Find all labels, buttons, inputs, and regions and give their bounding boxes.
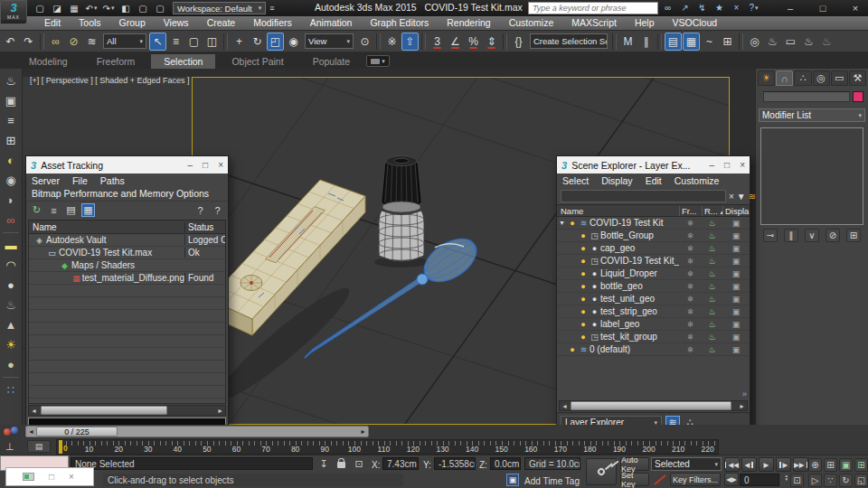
frozen-snowflake-icon[interactable]: ❄ bbox=[679, 219, 702, 228]
refresh-bitmaps-button[interactable]: ↻ bbox=[30, 203, 43, 217]
viewport-label[interactable]: [+] [ Perspective ] [ Shaded + Edged Fac… bbox=[30, 77, 190, 85]
go-to-start-button[interactable]: ◀◀ bbox=[724, 457, 740, 472]
save-file-button[interactable]: ▦ bbox=[67, 2, 81, 14]
more-options-icon[interactable]: » bbox=[742, 389, 747, 399]
menu-item-display[interactable]: Display bbox=[601, 175, 632, 186]
reference-coordinate-dropdown[interactable]: View▾ bbox=[305, 33, 354, 49]
render-iterative-button[interactable]: ♨ bbox=[818, 33, 835, 51]
walk-through-button[interactable]: ∵ bbox=[824, 474, 837, 487]
scene-row-test-strip-geo[interactable]: ●●test_strip_geo❄♨▣ bbox=[557, 305, 750, 318]
pin-stack-button[interactable]: ⊸ bbox=[763, 229, 778, 242]
select-and-place-button[interactable]: ◉ bbox=[285, 33, 302, 51]
minimize-button[interactable]: – bbox=[710, 160, 715, 170]
menu-item-modifiers[interactable]: Modifiers bbox=[245, 16, 300, 30]
scroll-left-icon[interactable]: ◂ bbox=[29, 406, 39, 415]
unlink-selection-button[interactable]: ⊘ bbox=[65, 33, 82, 51]
menu-item-maxscript[interactable]: MAXScript bbox=[563, 16, 625, 30]
close-button[interactable]: × bbox=[740, 160, 745, 170]
visibility-bulb-icon[interactable]: ● bbox=[578, 244, 589, 253]
visibility-bulb-icon[interactable]: ● bbox=[578, 282, 589, 291]
ribbon-tab-freeform[interactable]: Freeform bbox=[84, 54, 148, 69]
scroll-thumb[interactable] bbox=[571, 401, 731, 410]
asset-tracking-title-bar[interactable]: 3 Asset Tracking – □ × bbox=[26, 156, 228, 174]
infocenter-search-input[interactable] bbox=[528, 2, 658, 14]
display-cube-icon[interactable]: ▣ bbox=[722, 345, 750, 354]
visibility-bulb-icon[interactable]: ● bbox=[578, 269, 589, 278]
modify-tab[interactable]: ∩ bbox=[776, 70, 793, 86]
menu-item-create[interactable]: Create bbox=[199, 16, 244, 30]
scroll-right-icon[interactable]: ▸ bbox=[215, 406, 225, 415]
frozen-snowflake-icon[interactable]: ❄ bbox=[679, 257, 702, 266]
workspace-dropdown[interactable]: Workspace: Default ▾ bbox=[173, 2, 266, 14]
visibility-bulb-icon[interactable]: ● bbox=[578, 295, 589, 304]
scroll-thumb[interactable] bbox=[41, 406, 167, 415]
context-help-button[interactable]: ? bbox=[211, 203, 224, 217]
visibility-bulb-icon[interactable]: ● bbox=[567, 219, 578, 228]
scene-row-covid-19-test-kit[interactable]: ▼●≋COVID-19 Test Kit❄♨▣ bbox=[557, 217, 750, 230]
align-button[interactable]: ∥ bbox=[637, 33, 655, 51]
subscription-center-icon[interactable]: ↗ bbox=[677, 2, 693, 14]
sort-layers-icon[interactable]: ≋ bbox=[749, 192, 756, 202]
menu-item-group[interactable]: Group bbox=[111, 16, 154, 30]
scene-row-covid-19-test-kit-group[interactable]: ●◳COVID-19 Test Kit_Group❄♨▣ bbox=[557, 255, 750, 267]
scene-states-table-icon[interactable]: ⊞ bbox=[2, 132, 20, 149]
spotlight-icon[interactable]: ◗ bbox=[2, 192, 20, 209]
close-icon[interactable]: × bbox=[69, 472, 74, 482]
menu-item-rendering[interactable]: Rendering bbox=[439, 16, 498, 30]
x-coordinate-field[interactable]: 7.43cm bbox=[382, 457, 419, 470]
close-button[interactable]: × bbox=[846, 3, 864, 14]
next-frame-arrow[interactable]: ▸ bbox=[358, 427, 368, 436]
maximize-button[interactable]: □ bbox=[203, 160, 208, 170]
minimize-button[interactable]: – bbox=[188, 160, 193, 170]
scene-row-0-default[interactable]: ●≋0 (default)❄♨▣ bbox=[557, 343, 750, 356]
render-setup-window-icon[interactable]: ▣ bbox=[2, 92, 20, 109]
floating-mini-window[interactable]: □ × bbox=[5, 467, 94, 486]
menu-item-help[interactable]: Help bbox=[627, 16, 663, 30]
thumbnail-view-button[interactable]: ▤ bbox=[64, 203, 78, 217]
current-frame-marker[interactable] bbox=[59, 440, 62, 454]
particles-icon[interactable]: ∷ bbox=[2, 381, 20, 399]
orbit-button[interactable]: ↻ bbox=[839, 474, 853, 487]
expand-arrow-icon[interactable]: ▼ bbox=[557, 220, 567, 226]
utilities-tab[interactable]: ⚒ bbox=[849, 70, 866, 86]
asset-tracking-hscrollbar[interactable]: ◂ ▸ bbox=[28, 405, 226, 416]
zoom-all-button[interactable]: ⊞ bbox=[824, 458, 837, 472]
render-setup-button[interactable]: ♨ bbox=[764, 33, 781, 51]
scene-explorer-hscrollbar[interactable]: ◂ ▸ bbox=[559, 400, 748, 411]
ribbon-tab-object-paint[interactable]: Object Paint bbox=[219, 54, 296, 69]
renderable-teapot-icon[interactable]: ♨ bbox=[702, 257, 722, 266]
display-tab[interactable]: ▭ bbox=[831, 70, 848, 86]
ribbon-options-button[interactable]: ▾ bbox=[366, 55, 390, 67]
menu-item-tools[interactable]: Tools bbox=[71, 16, 109, 30]
renderable-teapot-icon[interactable]: ♨ bbox=[702, 269, 722, 278]
renderable-teapot-icon[interactable]: ♨ bbox=[702, 219, 722, 228]
rectangular-selection-region-button[interactable]: ▢ bbox=[185, 33, 203, 51]
plane-icon[interactable]: ▬ bbox=[2, 237, 20, 254]
close-button[interactable]: × bbox=[218, 160, 223, 170]
display-cube-icon[interactable]: ▣ bbox=[722, 231, 750, 240]
key-filters-button[interactable]: Key Filters... bbox=[670, 473, 721, 486]
zoom-region-button[interactable]: ⊡ bbox=[790, 474, 804, 487]
modifier-stack-list[interactable] bbox=[760, 127, 863, 225]
maximize-viewport-button[interactable]: ◱ bbox=[854, 474, 868, 487]
rendered-frame-window-button[interactable]: ▭ bbox=[782, 33, 799, 51]
scene-row-label-geo[interactable]: ●●label_geo❄♨▣ bbox=[557, 318, 750, 331]
undo-button[interactable]: ↶▾ bbox=[84, 2, 99, 14]
scene-search-input[interactable] bbox=[561, 190, 726, 202]
wire-teapot-icon[interactable]: ♨ bbox=[2, 296, 20, 314]
scene-row-bottle-geo[interactable]: ●●bottle_geo❄♨▣ bbox=[557, 280, 750, 293]
selection-pin-icon[interactable]: ↧ bbox=[316, 457, 331, 471]
dome-icon[interactable]: ◠ bbox=[2, 257, 20, 274]
named-selection-sets-dropdown[interactable]: Create Selection Se▾ bbox=[530, 33, 608, 49]
set-key-button[interactable]: Set Key bbox=[620, 473, 649, 486]
schematic-view-button[interactable]: ⊞ bbox=[719, 33, 736, 51]
test-cassette-model[interactable] bbox=[209, 180, 365, 335]
column-name[interactable]: Name bbox=[557, 206, 679, 216]
use-pivot-center-button[interactable]: ⊙ bbox=[356, 33, 373, 51]
frozen-snowflake-icon[interactable]: ❄ bbox=[679, 307, 702, 316]
exchange-apps-icon[interactable]: × bbox=[729, 2, 744, 14]
frozen-snowflake-icon[interactable]: ❄ bbox=[679, 345, 702, 354]
pick-layer-icon[interactable]: ▼ bbox=[737, 192, 746, 202]
renderable-teapot-icon[interactable]: ♨ bbox=[702, 307, 722, 316]
maximize-icon[interactable]: □ bbox=[49, 472, 54, 482]
